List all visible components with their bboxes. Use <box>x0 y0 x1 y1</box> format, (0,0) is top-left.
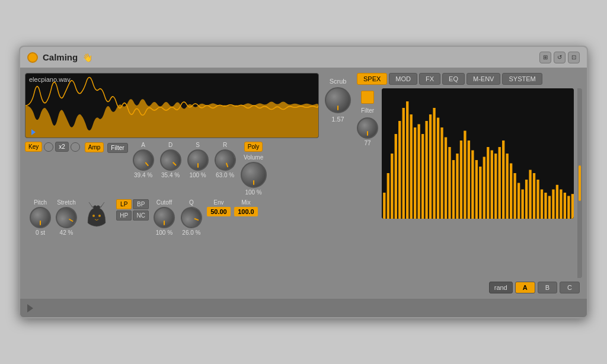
icon-btn-3[interactable]: ⊡ <box>568 52 580 63</box>
spex-controls: Filter 77 <box>357 88 378 278</box>
release-value: 63.0 % <box>216 172 234 178</box>
scrub-label: Scrub <box>330 78 347 85</box>
volume-section: Volume 100 % <box>241 154 267 196</box>
amp-filter-btn-group: Amp Filter <box>85 142 128 153</box>
stretch-knob[interactable] <box>52 203 81 232</box>
attack-knob-group: A 39.4 % <box>133 142 154 178</box>
svg-rect-26 <box>471 151 474 219</box>
waveform-area[interactable]: elecpiano.wav <box>25 73 319 138</box>
release-knob-group: R 63.0 % <box>215 142 236 178</box>
mix-display[interactable]: 100.0 <box>234 207 258 216</box>
tab-mod[interactable]: MOD <box>389 73 417 85</box>
svg-rect-24 <box>464 131 466 219</box>
svg-rect-5 <box>391 154 393 219</box>
filter-value: 77 <box>364 140 370 146</box>
icon-btn-2[interactable]: ↺ <box>554 52 566 63</box>
dot-button-2[interactable] <box>71 142 80 152</box>
svg-rect-13 <box>421 134 424 219</box>
title-bar: Calming 👋 ⊞ ↺ ⊡ <box>20 47 587 68</box>
svg-rect-50 <box>564 193 566 219</box>
tab-spex[interactable]: SPEX <box>357 73 387 85</box>
svg-rect-40 <box>525 180 528 219</box>
key-button[interactable]: Key <box>25 142 42 152</box>
sidebar-indicator <box>579 165 581 201</box>
dot-button[interactable] <box>44 142 53 152</box>
preset-b-button[interactable]: B <box>538 282 557 293</box>
svg-rect-6 <box>395 134 397 219</box>
release-knob[interactable] <box>212 146 239 174</box>
tab-bar: SPEX MOD FX EQ M-ENV SYSTEM <box>357 73 582 85</box>
plugin-container: Calming 👋 ⊞ ↺ ⊡ elecpiano.wav <box>19 46 588 318</box>
env-display[interactable]: 50.00 <box>207 207 231 216</box>
filter-button[interactable]: Filter <box>107 143 127 153</box>
bp-filter-btn[interactable]: BP <box>133 199 148 209</box>
preset-buttons: rand A B C <box>489 282 580 293</box>
svg-rect-42 <box>533 173 535 219</box>
svg-rect-48 <box>556 185 558 219</box>
svg-rect-51 <box>567 196 570 219</box>
volume-knob[interactable] <box>241 162 267 188</box>
q-knob-group: Q 26.0 % <box>181 199 202 236</box>
svg-rect-12 <box>417 124 420 219</box>
title-dot <box>27 52 38 63</box>
preset-a-button[interactable]: A <box>515 282 535 293</box>
svg-rect-45 <box>544 193 547 219</box>
svg-rect-8 <box>402 108 405 219</box>
tab-menv[interactable]: M-ENV <box>467 73 500 85</box>
cat-icon <box>82 199 111 229</box>
poly-button[interactable]: Poly <box>244 142 263 152</box>
svg-rect-27 <box>475 160 478 219</box>
left-panel: elecpiano.wav <box>25 73 319 293</box>
scrub-knob[interactable] <box>325 87 351 113</box>
filter-main-knob[interactable] <box>357 117 378 139</box>
amp-button[interactable]: Amp <box>85 142 104 152</box>
filter-knob-section: Filter 77 <box>357 107 378 146</box>
transport-play-button[interactable] <box>27 304 33 312</box>
decay-knob[interactable] <box>155 145 186 175</box>
svg-rect-52 <box>571 194 574 219</box>
svg-rect-46 <box>548 196 551 219</box>
svg-rect-16 <box>433 108 435 219</box>
filter-label: Filter <box>361 107 374 114</box>
waveform-svg <box>25 74 318 138</box>
attack-knob[interactable] <box>128 145 158 175</box>
svg-point-0 <box>92 215 95 217</box>
right-panel: SPEX MOD FX EQ M-ENV SYSTEM Filter 77 <box>357 73 582 293</box>
attack-value: 39.4 % <box>134 172 152 178</box>
q-label: Q <box>189 199 194 206</box>
svg-rect-19 <box>445 138 447 219</box>
decay-knob-group: D 35.4 % <box>160 142 181 178</box>
spex-display[interactable] <box>382 88 574 219</box>
stretch-knob-group: Stretch 42 % <box>56 199 77 236</box>
preset-c-button[interactable]: C <box>560 282 580 293</box>
q-knob[interactable] <box>178 204 205 231</box>
svg-rect-15 <box>429 114 432 219</box>
sustain-value: 100 % <box>189 172 206 178</box>
scrub-value: 1.57 <box>331 116 344 123</box>
svg-rect-44 <box>541 190 543 219</box>
svg-rect-39 <box>521 190 523 219</box>
cutoff-value: 100 % <box>156 229 172 236</box>
color-swatch[interactable] <box>361 91 374 104</box>
rand-button[interactable]: rand <box>489 282 513 293</box>
sustain-knob[interactable] <box>187 149 209 171</box>
tab-eq[interactable]: EQ <box>442 73 465 85</box>
hp-filter-btn[interactable]: HP <box>116 210 132 221</box>
tab-fx[interactable]: FX <box>419 73 440 85</box>
cutoff-knob[interactable] <box>154 207 175 228</box>
icon-btn-1[interactable]: ⊞ <box>539 52 551 63</box>
svg-rect-33 <box>499 147 501 219</box>
svg-rect-10 <box>410 114 413 219</box>
lp-filter-btn[interactable]: LP <box>116 199 132 209</box>
pitch-label: Pitch <box>34 199 47 206</box>
svg-rect-49 <box>560 190 562 219</box>
stretch-value: 42 % <box>60 229 74 236</box>
nc-filter-btn[interactable]: NC <box>133 210 148 221</box>
release-label: R <box>223 142 227 148</box>
x2-button[interactable]: x2 <box>55 142 69 152</box>
pitch-knob[interactable] <box>30 207 51 228</box>
pitch-value: 0 st <box>36 229 45 236</box>
svg-rect-30 <box>487 147 489 219</box>
sustain-knob-group: S 100 % <box>187 142 209 178</box>
tab-system[interactable]: SYSTEM <box>502 73 542 85</box>
